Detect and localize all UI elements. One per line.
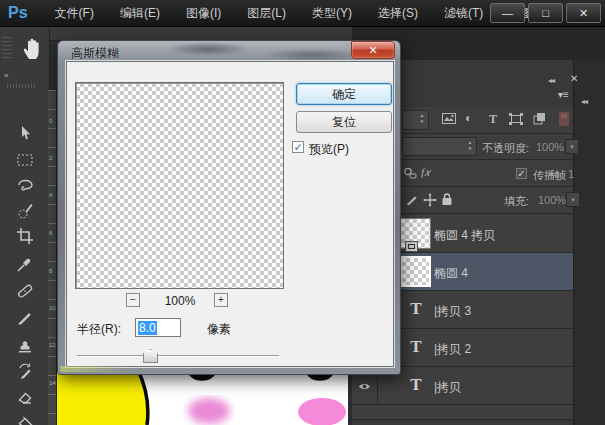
radius-input[interactable]: 8.0 — [135, 318, 181, 337]
radius-unit-label: 像素 — [207, 321, 231, 338]
menu-image[interactable]: 图像(I) — [173, 0, 234, 26]
move-tool-icon[interactable] — [14, 123, 36, 145]
radius-slider-track[interactable] — [77, 355, 279, 357]
dock-collapse-icon[interactable]: ◂◂ — [581, 97, 587, 106]
blur-preview-area[interactable] — [75, 82, 284, 289]
panel-menu-icon[interactable]: ▾≡ — [558, 89, 569, 100]
photoshop-window: Ps 文件(F) 编辑(E) 图像(I) 图层(L) 类型(Y) 选择(S) 滤… — [0, 0, 605, 425]
layer-name[interactable]: |拷贝 3 — [434, 303, 471, 320]
gaussian-blur-dialog: 高斯模糊 ✕ − 100% + 半径(R): 8.0 像素 确定 复位 ✓ 预览… — [57, 40, 401, 375]
zoom-in-button[interactable]: + — [214, 293, 228, 307]
close-button[interactable]: ✕ — [566, 3, 601, 23]
layer-name[interactable]: 椭圆 4 拷贝 — [434, 227, 495, 244]
preview-checkbox[interactable]: ✓ — [292, 141, 304, 153]
filter-shape-icon[interactable] — [509, 113, 523, 125]
ruler-mark: 0 — [49, 118, 57, 124]
menu-type[interactable]: 类型(Y) — [299, 0, 365, 26]
eraser-tool-icon[interactable] — [14, 386, 36, 408]
preview-zoom-level: 100% — [153, 294, 207, 308]
panel-close-icon[interactable]: ✕ — [570, 73, 578, 84]
filter-toggle-icon[interactable] — [559, 112, 569, 126]
quick-selection-tool-icon[interactable] — [14, 200, 36, 222]
propagate-frame-label: 传播帧 — [533, 168, 566, 183]
dialog-body: − 100% + 半径(R): 8.0 像素 确定 复位 ✓ 预览(P) — [66, 61, 394, 367]
ruler-mark: 10 — [49, 305, 57, 311]
history-brush-tool-icon[interactable] — [14, 361, 36, 383]
fill-label: 填充: — [504, 194, 529, 209]
vertical-ruler: 0 2 4 6 8 10 12 14 — [48, 90, 57, 425]
lock-brush-icon[interactable] — [405, 193, 419, 207]
menu-select[interactable]: 选择(S) — [365, 0, 431, 26]
ruler-mark: 12 — [49, 342, 57, 348]
left-cheek-blurred — [188, 398, 230, 424]
blend-mode-dropdown[interactable]: ▴▾ — [402, 137, 477, 156]
yellow-shape — [57, 368, 148, 425]
eye-icon — [358, 382, 371, 391]
toolbar-expand-icon[interactable]: » — [4, 71, 7, 80]
dialog-close-button[interactable]: ✕ — [351, 41, 395, 59]
dialog-title: 高斯模糊 — [71, 45, 119, 62]
crop-tool-icon[interactable] — [14, 225, 36, 247]
right-cheek — [298, 398, 346, 425]
layer-name[interactable]: |拷贝 2 — [434, 341, 471, 358]
maximize-button[interactable]: □ — [528, 3, 563, 23]
ruler-mark: 6 — [49, 230, 57, 236]
reset-button[interactable]: 复位 — [296, 111, 392, 133]
ok-button[interactable]: 确定 — [296, 83, 392, 105]
filter-adjustment-icon[interactable]: ◐ — [465, 111, 472, 125]
fill-value[interactable]: 100% — [538, 194, 566, 206]
text-layer-icon: T — [404, 299, 428, 319]
lock-all-icon[interactable] — [441, 192, 453, 206]
document-canvas — [57, 368, 348, 425]
fx-link-icon[interactable]: f𝑥 — [421, 165, 430, 179]
ruler-mark: 14 — [49, 380, 57, 386]
layer-thumbnail[interactable] — [400, 218, 431, 249]
menu-bar: Ps 文件(F) 编辑(E) 图像(I) 图层(L) 类型(Y) 选择(S) 滤… — [0, 0, 605, 27]
filter-type-icon[interactable]: T — [489, 112, 497, 126]
menu-file[interactable]: 文件(F) — [42, 0, 107, 26]
filter-smart-object-icon[interactable] — [533, 113, 546, 125]
text-layer-icon: T — [404, 337, 428, 357]
filter-pixel-layer-icon[interactable] — [442, 113, 456, 124]
propagate-frame-value: 1 — [568, 168, 574, 180]
rectangular-marquee-tool-icon[interactable] — [14, 149, 36, 171]
ruler-mark: 8 — [49, 268, 57, 274]
collapsed-dock-strip: ◂◂ — [573, 60, 605, 425]
filter-kind-dropdown[interactable]: ▴▾ — [402, 110, 429, 130]
paint-bucket-tool-icon[interactable] — [14, 414, 36, 425]
minimize-button[interactable]: — — [490, 3, 525, 23]
ruler-mark: 2 — [49, 155, 57, 161]
toolbar-grip-dots — [7, 84, 37, 88]
tools-panel: » — [0, 27, 50, 425]
radius-value-selected: 8.0 — [138, 321, 157, 335]
opacity-dropdown-arrow[interactable]: ▾ — [565, 139, 579, 154]
ruler-mark: 4 — [49, 192, 57, 198]
options-bar — [0, 27, 352, 41]
lock-position-icon[interactable] — [423, 193, 437, 207]
menu-layer[interactable]: 图层(L) — [234, 0, 299, 26]
fill-dropdown-arrow[interactable]: ▾ — [566, 192, 580, 207]
eyedropper-tool-icon[interactable] — [14, 253, 36, 275]
opacity-value[interactable]: 100% — [536, 141, 564, 153]
propagate-frame-checkbox[interactable]: ✓ — [516, 168, 527, 179]
hand-icon — [22, 35, 46, 61]
menu-filter[interactable]: 滤镜(T) — [431, 0, 496, 26]
window-controls: — □ ✕ — [490, 3, 601, 23]
layer-name[interactable]: |拷贝 — [434, 379, 461, 396]
vector-mask-badge — [405, 241, 418, 252]
clip-effects-icon[interactable] — [403, 167, 417, 179]
zoom-out-button[interactable]: − — [126, 293, 140, 307]
layer-thumbnail[interactable] — [400, 256, 431, 287]
lasso-tool-icon[interactable] — [14, 175, 36, 197]
brush-tool-icon[interactable] — [14, 307, 36, 329]
radius-slider-thumb[interactable] — [143, 349, 158, 363]
panel-collapse-icon[interactable]: ◂◂ — [548, 76, 554, 85]
panel-grip — [2, 37, 12, 59]
spot-healing-brush-tool-icon[interactable] — [14, 280, 36, 302]
preview-checkbox-label: 预览(P) — [309, 141, 349, 158]
layer-name[interactable]: 椭圆 4 — [434, 265, 468, 282]
menu-edit[interactable]: 编辑(E) — [107, 0, 173, 26]
clone-stamp-tool-icon[interactable] — [14, 335, 36, 357]
text-layer-icon: T — [404, 375, 428, 395]
ps-logo: Ps — [8, 4, 28, 22]
